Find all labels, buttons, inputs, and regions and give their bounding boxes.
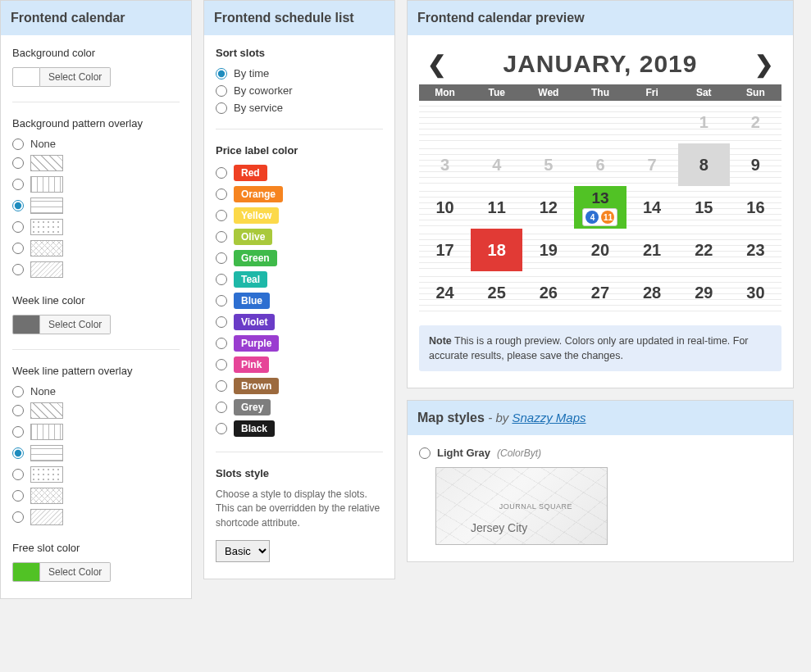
pattern-wave-icon [30,509,63,525]
price-color-olive-radio[interactable] [216,231,227,243]
price-color-green-radio[interactable] [216,252,227,264]
panel-title: Frontend schedule list [214,11,385,25]
price-tag-olive: Olive [234,229,272,245]
sort-by-time-radio[interactable] [216,68,227,79]
bg-pattern-none-radio[interactable] [12,138,24,150]
select-color-button[interactable]: Select Color [40,562,111,582]
calendar-day[interactable]: 4 [471,143,522,186]
select-color-button[interactable]: Select Color [40,67,111,87]
price-color-purple-radio[interactable] [216,338,227,349]
slots-style-select[interactable]: Basic [216,540,270,562]
calendar-day[interactable]: 20 [574,229,626,271]
weekday-label: Wed [522,84,574,101]
sort-by-service-radio[interactable] [216,102,227,114]
calendar-day[interactable]: 6 [574,143,626,186]
pattern-dots-icon [30,219,63,235]
select-color-button[interactable]: Select Color [40,315,111,334]
none-label: None [30,138,56,150]
calendar-day[interactable]: 15 [678,186,730,229]
price-color-red-radio[interactable] [216,167,227,179]
calendar-day[interactable]: 19 [522,229,574,271]
map-city-label: Jersey City [471,521,527,534]
calendar-day[interactable] [626,101,678,143]
wl-pattern-diag-radio[interactable] [12,405,24,416]
calendar-day[interactable]: 11 [471,186,522,229]
calendar-day[interactable]: 17 [419,229,471,271]
wl-pattern-vert-radio[interactable] [12,426,24,438]
bg-pattern-horz-radio[interactable] [12,200,24,211]
calendar-day[interactable]: 22 [678,229,730,271]
pattern-diagonal-icon [30,402,63,419]
calendar-day[interactable] [419,101,471,143]
calendar-day[interactable]: 1 [678,101,730,143]
calendar-day[interactable]: 25 [471,271,522,314]
free-slot-color-swatch[interactable] [12,562,40,582]
calendar-day[interactable]: 8 [678,143,730,186]
panel-map-styles: Map styles - by Snazzy Maps Light Gray (… [407,400,794,562]
calendar-day[interactable]: 10 [419,186,471,229]
calendar-day[interactable]: 12 [522,186,574,229]
snazzy-maps-link[interactable]: Snazzy Maps [512,411,585,425]
price-color-violet-radio[interactable] [216,316,227,328]
calendar-day[interactable]: 9 [730,143,781,186]
map-thumbnail[interactable]: JOURNAL SQUARE Jersey City [435,467,608,545]
price-tag-yellow: Yellow [234,207,279,224]
pattern-diagonal-icon [30,155,63,171]
wl-pattern-none-radio[interactable] [12,386,24,397]
weekday-label: Mon [419,84,471,101]
calendar-day[interactable]: 27 [574,271,626,314]
price-color-teal-radio[interactable] [216,274,227,285]
price-color-pink-radio[interactable] [216,359,227,370]
wl-pattern-wave-radio[interactable] [12,511,24,523]
calendar-day[interactable]: 18 [471,229,522,271]
price-tag-purple: Purple [234,335,279,352]
calendar-day[interactable]: 3 [419,143,471,186]
prev-month-icon[interactable]: ❮ [427,51,446,78]
slot-count-badge: 4 [585,211,599,224]
bg-pattern-dots-radio[interactable] [12,221,24,233]
price-color-grey-radio[interactable] [216,402,227,413]
price-tag-grey: Grey [234,399,271,415]
price-color-blue-radio[interactable] [216,295,227,306]
wl-pattern-zig-radio[interactable] [12,490,24,502]
price-color-brown-radio[interactable] [216,380,227,392]
calendar-day[interactable] [471,101,522,143]
calendar-day[interactable]: 26 [522,271,574,314]
panel-header: Frontend calendar [1,1,191,35]
panel-frontend-calendar: Frontend calendar Background color Selec… [0,0,192,599]
price-tag-orange: Orange [234,186,283,202]
price-color-black-radio[interactable] [216,423,227,434]
calendar-day[interactable]: 7 [626,143,678,186]
week-line-color-swatch[interactable] [12,315,40,334]
bg-color-swatch[interactable] [12,67,40,87]
price-color-yellow-radio[interactable] [216,210,227,221]
calendar-day[interactable]: 13411 [574,186,626,229]
week-line-color-label: Week line color [12,294,180,306]
sort-by-coworker-radio[interactable] [216,85,227,97]
calendar-day[interactable]: 30 [730,271,781,314]
next-month-icon[interactable]: ❯ [754,51,773,78]
bg-pattern-wave-radio[interactable] [12,264,24,275]
panel-title: Map styles - by Snazzy Maps [417,411,783,425]
calendar-day[interactable]: 28 [626,271,678,314]
calendar-day[interactable]: 24 [419,271,471,314]
calendar-day[interactable]: 2 [730,101,781,143]
calendar-day[interactable]: 14 [626,186,678,229]
map-style-lightgray-radio[interactable] [419,447,431,459]
slot-count-badge: 11 [601,211,614,224]
bg-pattern-zig-radio[interactable] [12,243,24,254]
bg-pattern-diag-radio[interactable] [12,157,24,169]
weekday-label: Fri [626,84,678,101]
wl-pattern-dots-radio[interactable] [12,469,24,480]
calendar-day[interactable]: 23 [730,229,781,271]
wl-pattern-horz-radio[interactable] [12,447,24,459]
calendar-day[interactable]: 5 [522,143,574,186]
calendar-day[interactable]: 21 [626,229,678,271]
calendar-day[interactable] [522,101,574,143]
calendar-day[interactable]: 16 [730,186,781,229]
price-tag-pink: Pink [234,356,269,373]
price-color-orange-radio[interactable] [216,188,227,200]
bg-pattern-vert-radio[interactable] [12,179,24,190]
calendar-day[interactable] [574,101,626,143]
calendar-day[interactable]: 29 [678,271,730,314]
